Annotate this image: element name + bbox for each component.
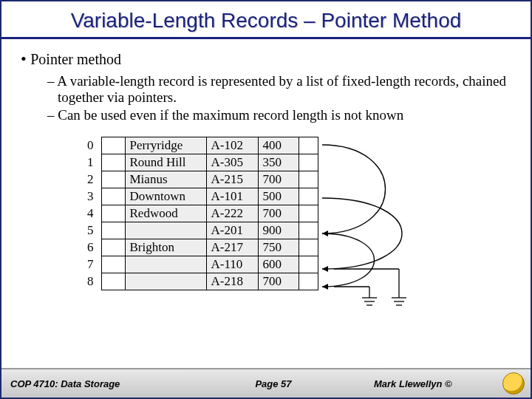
- table-row: 0PerryridgeA-102400: [83, 137, 318, 154]
- pointer-cell: [101, 171, 125, 188]
- tail-cell: [299, 239, 318, 256]
- branch-cell: [125, 222, 206, 239]
- row-index: 6: [83, 239, 101, 256]
- slide-body: Pointer method A variable-length record …: [1, 39, 531, 368]
- row-index: 3: [83, 188, 101, 205]
- row-index: 7: [83, 256, 101, 273]
- bullet-l2a-text: A variable-length record is represented …: [57, 73, 506, 105]
- branch-cell: [125, 256, 206, 273]
- slide-footer: COP 4710: Data Storage Page 57 Mark Llew…: [1, 368, 531, 398]
- pointer-cell: [101, 188, 125, 205]
- pointer-cell: [101, 239, 125, 256]
- tail-cell: [299, 171, 318, 188]
- bullet-level2: Can be used even if the maximum record l…: [47, 107, 514, 123]
- table-row: 8A-218700: [83, 273, 318, 290]
- branch-cell: Redwood: [125, 205, 206, 222]
- amount-cell: 400: [258, 137, 299, 154]
- row-index: 2: [83, 171, 101, 188]
- amount-cell: 700: [258, 171, 299, 188]
- bullet-level2: A variable-length record is represented …: [47, 73, 514, 106]
- tail-cell: [299, 205, 318, 222]
- ucf-logo-icon: [502, 372, 525, 395]
- branch-cell: [125, 273, 206, 290]
- slide-title: Variable-Length Records – Pointer Method: [1, 1, 531, 39]
- row-index: 1: [83, 154, 101, 171]
- pointer-cell: [101, 256, 125, 273]
- table-row: 3DowntownA-101500: [83, 188, 318, 205]
- tail-cell: [299, 137, 318, 154]
- footer-course: COP 4710: Data Storage: [10, 378, 173, 389]
- pointer-cell: [101, 137, 125, 154]
- account-cell: A-110: [206, 256, 258, 273]
- account-cell: A-218: [206, 273, 258, 290]
- record-table: 0PerryridgeA-1024001Round HillA-3053502M…: [83, 137, 318, 290]
- tail-cell: [299, 154, 318, 171]
- bullet-level1: Pointer method: [21, 50, 514, 69]
- branch-cell: Downtown: [125, 188, 206, 205]
- amount-cell: 500: [258, 188, 299, 205]
- table-row: 1Round HillA-305350: [83, 154, 318, 171]
- slide: Variable-Length Records – Pointer Method…: [0, 0, 532, 399]
- tail-cell: [299, 222, 318, 239]
- amount-cell: 700: [258, 205, 299, 222]
- pointer-cell: [101, 273, 125, 290]
- bullet-l1-text: Pointer method: [30, 51, 121, 67]
- branch-cell: Brighton: [125, 239, 206, 256]
- branch-cell: Mianus: [125, 171, 206, 188]
- table-row: 6BrightonA-217750: [83, 239, 318, 256]
- pointer-cell: [101, 205, 125, 222]
- branch-cell: Perryridge: [125, 137, 206, 154]
- table-row: 7A-110600: [83, 256, 318, 273]
- table-row: 5A-201900: [83, 222, 318, 239]
- amount-cell: 750: [258, 239, 299, 256]
- account-cell: A-305: [206, 154, 258, 171]
- tail-cell: [299, 273, 318, 290]
- amount-cell: 700: [258, 273, 299, 290]
- account-cell: A-101: [206, 188, 258, 205]
- account-cell: A-222: [206, 205, 258, 222]
- amount-cell: 900: [258, 222, 299, 239]
- account-cell: A-201: [206, 222, 258, 239]
- tail-cell: [299, 188, 318, 205]
- row-index: 4: [83, 205, 101, 222]
- pointer-cell: [101, 154, 125, 171]
- table-row: 2MianusA-215700: [83, 171, 318, 188]
- pointer-cell: [101, 222, 125, 239]
- account-cell: A-217: [206, 239, 258, 256]
- pointer-figure: 0PerryridgeA-1024001Round HillA-3053502M…: [59, 134, 473, 326]
- row-index: 0: [83, 137, 101, 154]
- bullet-l2b-text: Can be used even if the maximum record l…: [58, 107, 403, 123]
- row-index: 8: [83, 273, 101, 290]
- amount-cell: 600: [258, 256, 299, 273]
- branch-cell: Round Hill: [125, 154, 206, 171]
- amount-cell: 350: [258, 154, 299, 171]
- footer-page: Page 57: [173, 378, 374, 389]
- table-row: 4RedwoodA-222700: [83, 205, 318, 222]
- row-index: 5: [83, 222, 101, 239]
- account-cell: A-215: [206, 171, 258, 188]
- tail-cell: [299, 256, 318, 273]
- account-cell: A-102: [206, 137, 258, 154]
- footer-author: Mark Llewellyn ©: [374, 378, 522, 389]
